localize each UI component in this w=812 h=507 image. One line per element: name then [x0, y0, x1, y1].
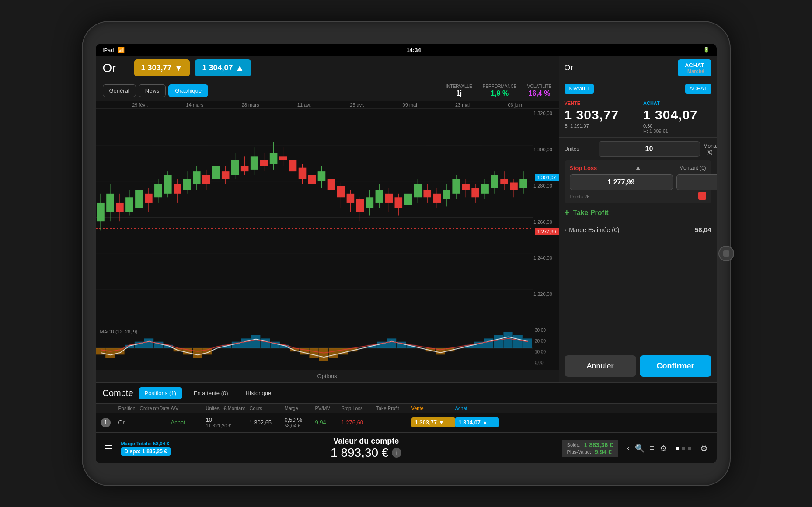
tab-positions[interactable]: Positions (1) [139, 387, 182, 399]
footer-gear-icon[interactable]: ⚙ [700, 443, 708, 454]
sell-price-sub: B: 1 291,07 [565, 123, 633, 128]
chart-header: Or 1 303,77 ▼ 1 304,07 ▲ [96, 56, 559, 80]
menu-icon[interactable]: ☰ [105, 443, 112, 454]
buy-price-main: 1 304,07 [643, 108, 711, 122]
av-cell: Achat [171, 419, 206, 426]
chart-volatility: VOLATILITE 16,4 % [527, 84, 552, 97]
macd-area: MACD (12; 26; 9) [96, 326, 559, 370]
stop-loss-label: Stop Loss [570, 165, 597, 171]
sl-montant-input[interactable] [676, 174, 717, 190]
montant-label: Montant : (€) [704, 143, 717, 155]
status-bar: iPad 📶 14:34 🔋 [96, 44, 717, 56]
back-icon[interactable]: ‹ [627, 444, 630, 453]
footer-solde: Solde: 1 883,36 € Plus-Value: 9,94 € [562, 440, 618, 457]
ipad-frame: iPad 📶 14:34 🔋 Or 1 303,77 ▼ [83, 22, 730, 485]
home-sq-icon [723, 250, 729, 257]
marge-row: › Marge Estimée (€) 58,04 [559, 222, 717, 237]
chart-performance: PERFORMANCE 1,9 % [483, 84, 517, 97]
red-square-icon [698, 192, 706, 200]
buy-price-value: 1 304,07 [202, 63, 233, 73]
sell-arrow-icon: ▼ [174, 63, 183, 73]
main-area: Or 1 303,77 ▼ 1 304,07 ▲ Général Ne [96, 56, 717, 463]
chart-low-price: 1 277,99 [535, 228, 559, 235]
chart-dates: 29 févr. 14 mars 28 mars 11 avr. 25 avr.… [96, 101, 559, 109]
right-panel: Or ACHAT Marché Niveau 1 ACHAT [559, 56, 717, 382]
options-bar[interactable]: Options [96, 370, 559, 382]
sell-price-main: 1 303,77 [565, 108, 633, 122]
tab-historique[interactable]: Historique [240, 387, 278, 399]
confirmer-button[interactable]: Confirmer [640, 355, 711, 377]
candlestick-chart[interactable] [96, 109, 559, 326]
tab-general[interactable]: Général [103, 84, 136, 97]
marge-totale: Marge Totale: 58,04 € [121, 441, 171, 446]
buy-price-button[interactable]: 1 304,07 ▲ [195, 59, 251, 76]
achat-badge: ACHAT Marché [678, 59, 711, 76]
achat-cell: 1 304,07 ▲ [455, 417, 499, 427]
stop-loss-section: Stop Loss ▲ Montant (€) Régulier [565, 160, 711, 203]
tab-graphique[interactable]: Graphique [168, 84, 208, 97]
list-icon[interactable]: ≡ [650, 444, 655, 453]
ipad-screen: iPad 📶 14:34 🔋 Or 1 303,77 ▼ [96, 44, 717, 463]
chart-title: Or [103, 61, 129, 75]
settings-icon[interactable]: ⚙ [660, 444, 667, 453]
row-num-badge: 1 [101, 418, 111, 427]
marge-value: 58,04 [695, 226, 711, 233]
chart-interval: INTERVALLE 1j [446, 84, 472, 97]
sell-price-button[interactable]: 1 303,77 ▼ [134, 59, 190, 76]
sell-price-col: VENTE 1 303,77 B: 1 291,07 [559, 97, 638, 137]
rp-top-right: ACHAT Marché [678, 59, 711, 76]
buy-price-sub: 0,30 [643, 123, 711, 128]
order-form: Unités Montant : (€) Marché [559, 138, 717, 160]
buy-arrow-icon: ▲ [235, 63, 244, 73]
info-icon[interactable]: ℹ [392, 448, 401, 458]
sl-points: Points 26 [570, 194, 590, 199]
pvmv-cell: 9,94 [315, 419, 342, 426]
unites-row: Unités Montant : (€) Marché [565, 141, 711, 157]
unites-label: Unités [565, 146, 595, 152]
sl-value-input[interactable] [570, 174, 673, 190]
take-profit-plus: + [565, 208, 570, 218]
unites-input[interactable] [599, 141, 700, 157]
h-label: H: 1 309,61 [643, 128, 711, 134]
achat-tab-badge[interactable]: ACHAT [685, 84, 711, 94]
footer-center: Valeur du compte 1 893,30 € ℹ [179, 437, 553, 460]
home-button[interactable] [718, 246, 734, 261]
compte-title: Compte [103, 388, 133, 398]
tab-en-attente[interactable]: En attente (0) [188, 387, 234, 399]
macd-chart [96, 326, 559, 370]
marge-cell: 0,50 % 58,04 € [285, 417, 315, 428]
marge-chevron-icon: › [565, 226, 567, 233]
search-icon[interactable]: 🔍 [635, 444, 645, 453]
chart-info: INTERVALLE 1j PERFORMANCE 1,9 % VOLATILI… [446, 84, 552, 97]
table-header: Position - Ordre n°/Date A/V Unités - € … [96, 404, 717, 413]
take-profit-row[interactable]: + Take Profit [559, 203, 717, 222]
buy-price-col: ACHAT 1 304,07 0,30 H: 1 309,61 [638, 97, 717, 137]
tab-news[interactable]: News [139, 84, 166, 97]
take-profit-label: Take Profit [573, 209, 609, 217]
rp-title: Or [565, 63, 573, 73]
cours-cell: 1 302,65 [250, 419, 285, 426]
marge-label: Marge Estimée (€) [569, 226, 619, 233]
chart-canvas-area: 1 304,07 1 277,99 [96, 109, 559, 326]
rp-prices: VENTE 1 303,77 B: 1 291,07 ACHAT 1 304,0… [559, 97, 717, 138]
take-profit-header: Take Profit [376, 406, 411, 411]
achat-price-label: ACHAT [643, 101, 711, 106]
marge-left: › Marge Estimée (€) [565, 226, 620, 233]
sell-price-value: 1 303,77 [141, 63, 172, 73]
footer-nav: ‹ 🔍 ≡ ⚙ [627, 444, 667, 453]
achat-price-cell[interactable]: 1 304,07 ▲ [455, 417, 499, 427]
niveau-badge: Niveau 1 [565, 84, 594, 94]
ipad-label: iPad [103, 47, 114, 53]
valeur-value: 1 893,30 € [331, 446, 388, 460]
vente-price-cell[interactable]: 1 303,77 ▼ [411, 417, 455, 427]
annuler-button[interactable]: Annuler [565, 355, 636, 377]
bottom-section: Compte Positions (1) En attente (0) Hist… [96, 382, 717, 432]
rp-header: Or ACHAT Marché [559, 56, 717, 80]
footer-dots-area [676, 445, 691, 452]
table-row: 1 Or Achat 10 11 621,20 € 1 302,65 0,50 … [96, 413, 717, 432]
macd-label: MACD (12; 26; 9) [100, 329, 138, 334]
sl-montant-label: Montant (€) [679, 165, 706, 171]
vente-label: VENTE [565, 101, 633, 106]
battery-icon: 🔋 [703, 47, 710, 53]
stop-loss-cell: 1 276,60 [342, 419, 376, 426]
